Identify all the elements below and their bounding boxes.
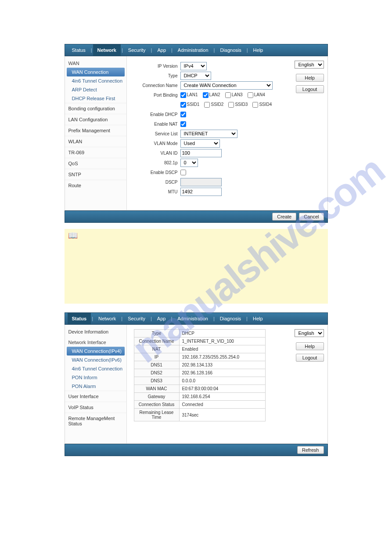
port-binding-row2: SSID1 SSID2 SSID3 SSID4 — [180, 102, 276, 108]
type-select[interactable]: DHCP — [180, 72, 211, 80]
screenshot-1: Status| Network| Security| App| Administ… — [65, 44, 328, 223]
chk-lan1[interactable] — [180, 92, 186, 98]
label-enable-dscp: Enable DSCP — [129, 170, 180, 175]
vlan-mode-select[interactable]: Used — [180, 139, 220, 148]
sidebar-item-4in6[interactable]: 4in6 Tunnel Connection — [65, 76, 126, 85]
sidebar-item-dhcp-release[interactable]: DHCP Release First — [65, 94, 126, 103]
tab-help[interactable]: Help — [249, 44, 268, 56]
tab-help-2[interactable]: Help — [248, 313, 267, 324]
sidebar-remote-mgmt[interactable]: Remote ManageMent Status — [65, 413, 126, 429]
tab-administration[interactable]: Administration — [173, 44, 213, 56]
sidebar-2: Device Information Network Interface WAN… — [65, 325, 127, 443]
tab-status[interactable]: Status — [68, 44, 90, 56]
tab-diagnosis[interactable]: Diagnosis — [216, 44, 245, 56]
table-row: Connection Name1_INTERNET_R_VID_100 — [134, 337, 265, 345]
chk-lan3[interactable] — [225, 92, 231, 98]
sidebar-voip-status[interactable]: VoIP Status — [65, 402, 126, 413]
sidebar-head-wan: WAN — [65, 58, 126, 68]
tab-administration-2[interactable]: Administration — [173, 313, 212, 324]
chk-ssid3[interactable] — [228, 102, 234, 108]
sidebar-item-qos[interactable]: QoS — [65, 158, 126, 169]
sidebar-user-interface[interactable]: User Interface — [65, 391, 126, 402]
refresh-button[interactable]: Refresh — [297, 446, 324, 454]
sidebar-item-4in6-2[interactable]: 4in6 Tunnel Connection — [65, 364, 126, 373]
dscp-input — [180, 178, 222, 186]
label-enable-dhcp: Enable DHCP — [129, 112, 180, 117]
tab-network-2[interactable]: Network — [94, 313, 120, 324]
language-select-2[interactable]: English — [295, 329, 324, 337]
table-row: DNS30.0.0.0 — [134, 377, 265, 385]
chk-ssid1[interactable] — [180, 102, 186, 108]
tab-network[interactable]: Network — [93, 44, 121, 56]
service-list-select[interactable]: INTERNET — [180, 130, 237, 138]
create-button[interactable]: Create — [272, 213, 296, 221]
footer-2: Refresh — [65, 444, 328, 456]
sidebar-item-tr069[interactable]: TR-069 — [65, 147, 126, 158]
label-connection-name: Connection Name — [129, 83, 180, 88]
help-button[interactable]: Help — [296, 74, 324, 82]
label-vlan-id: VLAN ID — [129, 151, 180, 156]
sidebar-item-sntp[interactable]: SNTP — [65, 169, 126, 180]
chk-lan2[interactable] — [203, 92, 209, 98]
sidebar: WAN WAN Connection 4in6 Tunnel Connectio… — [65, 56, 127, 210]
tab-app-2[interactable]: App — [153, 313, 170, 324]
tab-status-2[interactable]: Status — [68, 313, 91, 324]
connection-name-select[interactable]: Create WAN Connection — [180, 81, 273, 90]
sidebar-item-wlan[interactable]: WLAN — [65, 136, 126, 147]
sidebar-item-bonding[interactable]: Bonding configuration — [65, 103, 126, 114]
sidebar-item-arp-detect[interactable]: ARP Detect — [65, 85, 126, 94]
label-mtu: MTU — [129, 189, 180, 194]
table-row: IP192.168.7.235/255.255.254.0 — [134, 353, 265, 361]
label-enable-nat: Enable NAT — [129, 122, 180, 127]
chk-ssid2[interactable] — [204, 102, 210, 108]
tab-app[interactable]: App — [153, 44, 170, 56]
table-row: TypeDHCP — [134, 330, 265, 337]
tab-security[interactable]: Security — [124, 44, 150, 56]
chk-enable-dscp[interactable] — [180, 170, 186, 175]
table-row: DNS1202.98.134.133 — [134, 361, 265, 369]
label-port-binding: Port Binding — [129, 93, 180, 98]
mtu-input[interactable] — [180, 188, 222, 196]
sidebar-item-wan-ipv6[interactable]: WAN Connection(IPv6) — [65, 355, 126, 364]
chk-enable-dhcp[interactable] — [180, 112, 186, 117]
screenshot-2: Status| Network| Security| App| Administ… — [65, 312, 328, 456]
ip-version-select[interactable]: IPv4 — [180, 62, 207, 70]
cancel-button[interactable]: Cancel — [299, 213, 324, 221]
tab-security-2[interactable]: Security — [123, 313, 150, 324]
label-dscp: DSCP — [129, 180, 180, 185]
sidebar-item-route[interactable]: Route — [65, 180, 126, 191]
sidebar-item-lan[interactable]: LAN Configuration — [65, 114, 126, 125]
table-row: WAN MACE0:67:B3:00:00:04 — [134, 385, 265, 393]
footer: Create Cancel — [65, 210, 328, 223]
port-binding-row1: LAN1 LAN2 LAN3 LAN4 — [180, 92, 269, 98]
sidebar-item-prefix[interactable]: Prefix Management — [65, 125, 126, 136]
book-icon: 📖 — [68, 231, 78, 240]
note-box: 📖 — [65, 229, 328, 304]
chk-enable-nat[interactable] — [180, 121, 186, 127]
help-button-2[interactable]: Help — [296, 342, 324, 350]
chk-lan4[interactable] — [248, 92, 253, 98]
label-8021p: 802.1p — [129, 160, 180, 165]
chk-ssid4[interactable] — [252, 102, 258, 108]
table-row: Gateway192.168.6.254 — [134, 393, 265, 401]
sidebar-head-net-if: Network Interface — [65, 337, 126, 347]
sidebar-item-pon-alarm[interactable]: PON Alarm — [65, 382, 126, 391]
sidebar-device-info[interactable]: Device Information — [65, 326, 126, 337]
right-column: English Help Logout — [293, 56, 327, 210]
logout-button-2[interactable]: Logout — [296, 354, 324, 362]
sidebar-item-wan-ipv4[interactable]: WAN Connection(IPv4) — [67, 347, 125, 355]
vlan-id-input[interactable] — [180, 149, 222, 157]
logout-button[interactable]: Logout — [296, 85, 324, 93]
table-row: Connection StatusConnected — [134, 401, 265, 409]
table-row: DNS2202.96.128.166 — [134, 369, 265, 377]
language-select[interactable]: English — [295, 61, 324, 69]
label-service-list: Service List — [129, 131, 180, 136]
sidebar-item-wan-connection[interactable]: WAN Connection — [67, 68, 125, 76]
label-type: Type — [129, 73, 180, 78]
tab-diagnosis-2[interactable]: Diagnosis — [216, 313, 245, 324]
top-nav-2: Status| Network| Security| App| Administ… — [65, 312, 328, 325]
8021p-select[interactable]: 0 — [180, 159, 198, 167]
sidebar-item-pon-inform[interactable]: PON Inform — [65, 373, 126, 382]
info-area: TypeDHCP Connection Name1_INTERNET_R_VID… — [127, 325, 293, 443]
label-ip-version: IP Version — [129, 64, 180, 69]
